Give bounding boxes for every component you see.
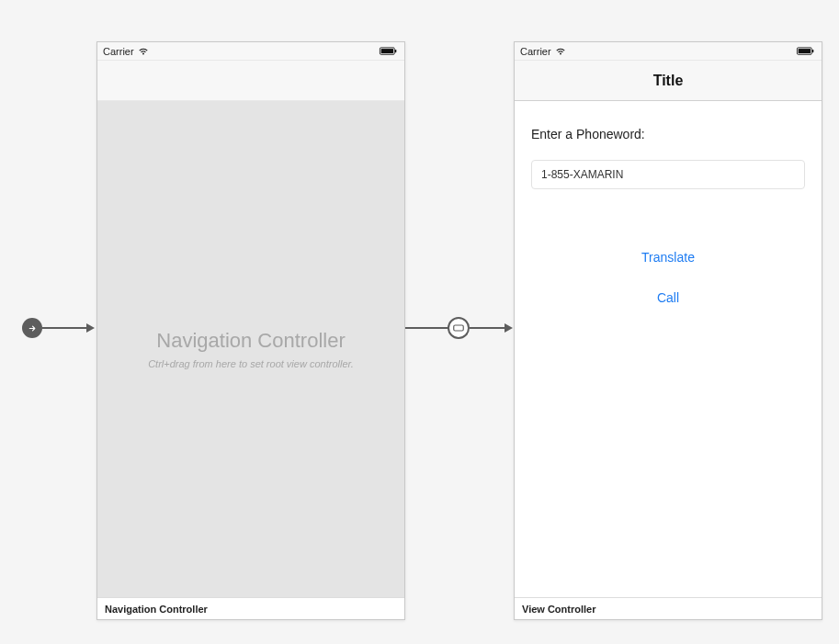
- placeholder-title: Navigation Controller: [156, 329, 345, 353]
- call-button[interactable]: Call: [531, 283, 805, 312]
- scene-footer-label: View Controller: [522, 604, 595, 615]
- nav-title: Title: [653, 73, 684, 89]
- scene-footer-label: Navigation Controller: [105, 604, 208, 615]
- carrier-label: Carrier: [520, 46, 551, 57]
- svg-rect-8: [812, 49, 814, 51]
- scene-footer[interactable]: Navigation Controller: [97, 597, 404, 619]
- scene-footer[interactable]: View Controller: [515, 597, 822, 619]
- battery-icon: [796, 47, 816, 56]
- storyboard-entry-point[interactable]: [22, 318, 42, 338]
- segue-node[interactable]: [448, 317, 470, 339]
- battery-icon: [379, 47, 399, 56]
- segue-line-right: [470, 322, 514, 334]
- phoneword-label: Enter a Phoneword:: [531, 127, 805, 141]
- navigation-bar: Title: [515, 61, 822, 101]
- segue-root-icon: [453, 324, 464, 332]
- entry-arrow-icon: [28, 323, 38, 333]
- translate-button[interactable]: Translate: [531, 243, 805, 272]
- svg-rect-4: [454, 325, 464, 331]
- phoneword-input[interactable]: [531, 160, 805, 189]
- view-content: Enter a Phoneword: Translate Call: [515, 101, 822, 597]
- svg-rect-7: [799, 49, 811, 53]
- segue-line-left: [405, 327, 448, 329]
- wifi-icon: [555, 47, 566, 56]
- entry-arrow-line: [42, 327, 96, 330]
- navigation-content-placeholder: Navigation Controller Ctrl+drag from her…: [97, 101, 404, 597]
- navigation-controller-scene[interactable]: Carrier Navigation Controller Ctrl+drag …: [96, 41, 405, 620]
- view-controller-scene[interactable]: Carrier Title Enter a Phoneword: Transla…: [514, 41, 822, 620]
- svg-rect-2: [381, 49, 393, 53]
- status-bar: Carrier: [515, 42, 822, 61]
- placeholder-subtitle: Ctrl+drag from here to set root view con…: [148, 358, 354, 369]
- navigation-bar: [97, 61, 404, 101]
- wifi-icon: [138, 47, 149, 56]
- status-bar: Carrier: [97, 42, 404, 61]
- carrier-label: Carrier: [103, 46, 134, 57]
- svg-rect-3: [395, 49, 397, 51]
